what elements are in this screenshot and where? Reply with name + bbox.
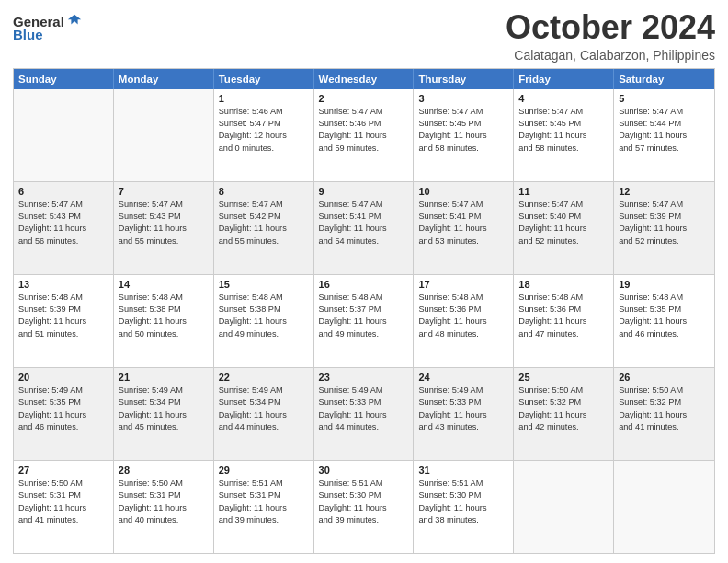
sunrise-text: Sunrise: 5:47 AM [518,199,609,211]
day-number: 30 [319,465,409,476]
title-block: October 2024 Calatagan, Calabarzon, Phil… [506,9,715,63]
daylight-minutes-text: and 38 minutes. [418,514,508,526]
calendar-cell: 12Sunrise: 5:47 AMSunset: 5:39 PMDayligh… [614,182,714,274]
daylight-text: Daylight: 11 hours [119,409,209,421]
calendar-cell: 18Sunrise: 5:48 AMSunset: 5:36 PMDayligh… [514,275,614,367]
daylight-text: Daylight: 11 hours [518,316,609,327]
calendar-cell: 6Sunrise: 5:47 AMSunset: 5:43 PMDaylight… [14,182,114,274]
calendar-cell [514,461,614,553]
sunset-text: Sunset: 5:47 PM [219,118,309,130]
daylight-minutes-text: and 52 minutes. [518,236,609,247]
day-number: 3 [418,93,508,104]
calendar-cell: 16Sunrise: 5:48 AMSunset: 5:37 PMDayligh… [314,275,415,367]
sunrise-text: Sunrise: 5:49 AM [119,385,209,396]
sunrise-text: Sunrise: 5:48 AM [319,292,409,304]
sunset-text: Sunset: 5:43 PM [18,211,108,223]
daylight-minutes-text: and 50 minutes. [119,328,209,340]
calendar-cell: 31Sunrise: 5:51 AMSunset: 5:30 PMDayligh… [414,461,514,553]
day-number: 28 [119,465,209,476]
calendar-cell: 5Sunrise: 5:47 AMSunset: 5:44 PMDaylight… [614,89,714,181]
sunrise-text: Sunrise: 5:47 AM [18,199,108,211]
sunset-text: Sunset: 5:31 PM [18,489,108,501]
calendar-cell: 26Sunrise: 5:50 AMSunset: 5:32 PMDayligh… [614,368,714,460]
sunset-text: Sunset: 5:37 PM [319,304,409,316]
sunset-text: Sunset: 5:44 PM [619,118,710,130]
daylight-text: Daylight: 11 hours [319,502,409,514]
daylight-minutes-text: and 44 minutes. [319,421,409,433]
page: General Blue October 2024 Calatagan, Cal… [0,0,728,563]
svg-marker-0 [68,15,81,25]
sunrise-text: Sunrise: 5:49 AM [18,385,108,396]
calendar-cell: 27Sunrise: 5:50 AMSunset: 5:31 PMDayligh… [14,461,114,553]
sunrise-text: Sunrise: 5:47 AM [418,106,508,118]
sunrise-text: Sunrise: 5:51 AM [319,477,409,489]
day-number: 9 [319,186,409,197]
daylight-minutes-text: and 48 minutes. [418,328,508,340]
daylight-text: Daylight: 11 hours [418,409,508,421]
daylight-minutes-text: and 39 minutes. [219,514,309,526]
calendar-cell: 29Sunrise: 5:51 AMSunset: 5:31 PMDayligh… [214,461,314,553]
sunrise-text: Sunrise: 5:51 AM [219,477,309,489]
calendar-cell [14,89,114,181]
day-number: 25 [518,372,609,383]
sunset-text: Sunset: 5:38 PM [119,304,209,316]
calendar-cell: 25Sunrise: 5:50 AMSunset: 5:32 PMDayligh… [514,368,614,460]
sunset-text: Sunset: 5:42 PM [219,211,309,223]
daylight-minutes-text: and 46 minutes. [619,328,710,340]
day-number: 2 [319,93,409,104]
day-number: 11 [518,186,609,197]
day-number: 20 [18,372,108,383]
day-number: 4 [518,93,609,104]
day-number: 19 [619,279,710,290]
sunset-text: Sunset: 5:41 PM [418,211,508,223]
day-number: 16 [319,279,409,290]
calendar-cell: 28Sunrise: 5:50 AMSunset: 5:31 PMDayligh… [114,461,214,553]
sunrise-text: Sunrise: 5:50 AM [18,477,108,489]
daylight-text: Daylight: 11 hours [319,223,409,235]
daylight-text: Daylight: 11 hours [18,502,108,514]
sunrise-text: Sunrise: 5:49 AM [319,385,409,396]
daylight-text: Daylight: 11 hours [319,130,409,142]
daylight-minutes-text: and 51 minutes. [18,328,108,340]
daylight-text: Daylight: 11 hours [119,502,209,514]
sunrise-text: Sunrise: 5:49 AM [418,385,508,396]
daylight-text: Daylight: 11 hours [619,223,710,235]
calendar-cell [614,461,714,553]
daylight-minutes-text: and 40 minutes. [119,514,209,526]
sunset-text: Sunset: 5:35 PM [619,304,710,316]
header-day-friday: Friday [514,69,614,89]
daylight-text: Daylight: 11 hours [619,316,710,327]
header-day-sunday: Sunday [14,69,114,89]
day-number: 10 [418,186,508,197]
daylight-minutes-text: and 0 minutes. [219,143,309,155]
calendar-cell: 2Sunrise: 5:47 AMSunset: 5:46 PMDaylight… [314,89,415,181]
daylight-text: Daylight: 11 hours [418,130,508,142]
day-number: 12 [619,186,710,197]
sunrise-text: Sunrise: 5:47 AM [319,106,409,118]
calendar-cell: 24Sunrise: 5:49 AMSunset: 5:33 PMDayligh… [414,368,514,460]
sunrise-text: Sunrise: 5:47 AM [219,199,309,211]
month-title: October 2024 [506,9,715,46]
sunrise-text: Sunrise: 5:48 AM [219,292,309,304]
daylight-minutes-text: and 57 minutes. [619,143,710,155]
daylight-minutes-text: and 41 minutes. [18,514,108,526]
calendar-cell: 13Sunrise: 5:48 AMSunset: 5:39 PMDayligh… [14,275,114,367]
daylight-text: Daylight: 11 hours [418,223,508,235]
day-number: 17 [418,279,508,290]
daylight-text: Daylight: 11 hours [619,409,710,421]
sunset-text: Sunset: 5:32 PM [518,396,609,408]
sunrise-text: Sunrise: 5:46 AM [219,106,309,118]
daylight-text: Daylight: 11 hours [219,223,309,235]
sunset-text: Sunset: 5:45 PM [518,118,609,130]
sunset-text: Sunset: 5:40 PM [518,211,609,223]
calendar-cell: 1Sunrise: 5:46 AMSunset: 5:47 PMDaylight… [214,89,314,181]
sunrise-text: Sunrise: 5:48 AM [119,292,209,304]
daylight-minutes-text: and 55 minutes. [219,236,309,247]
sunset-text: Sunset: 5:38 PM [219,304,309,316]
day-number: 26 [619,372,710,383]
calendar-body: 1Sunrise: 5:46 AMSunset: 5:47 PMDaylight… [14,89,714,553]
sunset-text: Sunset: 5:34 PM [119,396,209,408]
daylight-minutes-text: and 47 minutes. [518,328,609,340]
sunset-text: Sunset: 5:36 PM [518,304,609,316]
daylight-minutes-text: and 39 minutes. [319,514,409,526]
